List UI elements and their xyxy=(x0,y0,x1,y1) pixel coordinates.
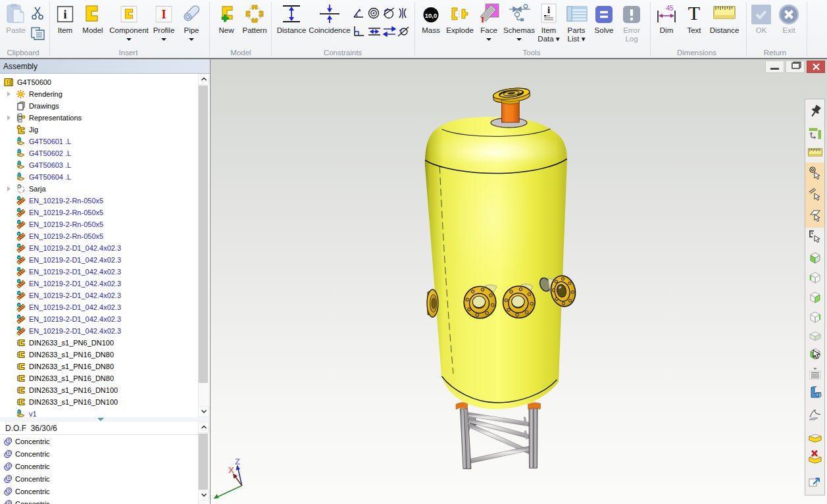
svg-text:X: X xyxy=(228,465,234,475)
svg-text:i: i xyxy=(547,5,550,15)
svg-text:10,0: 10,0 xyxy=(425,12,438,19)
svg-text:I: I xyxy=(161,8,166,21)
svg-text:T: T xyxy=(688,3,700,23)
svg-text:45: 45 xyxy=(666,5,674,12)
svg-text:I: I xyxy=(481,14,484,23)
svg-text:i: i xyxy=(63,8,66,21)
svg-text:Z: Z xyxy=(235,457,240,466)
